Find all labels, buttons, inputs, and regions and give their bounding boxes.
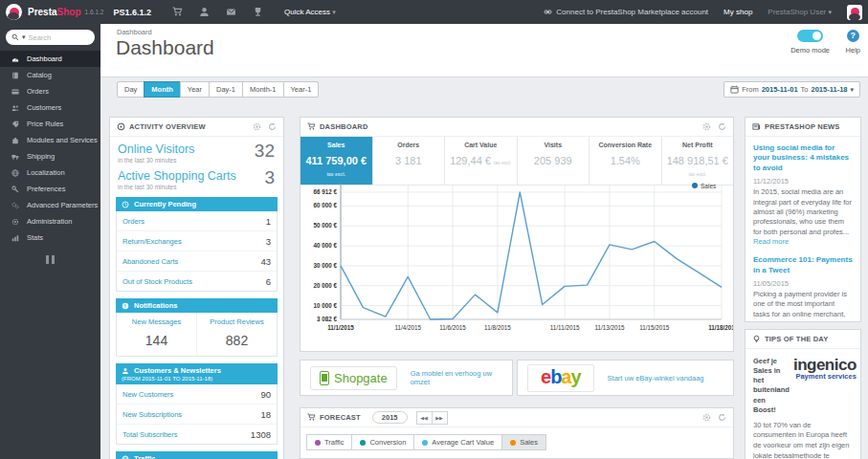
online-visitors-metric: Online Visitors 32 in the last 30 minute…: [110, 137, 283, 164]
range-button-month[interactable]: Month: [144, 81, 181, 98]
user-menu[interactable]: PrestaShop User ▾: [768, 8, 832, 16]
ingenico-subtitle: Payment services: [793, 373, 857, 381]
sidebar-item-customers[interactable]: Customers: [0, 99, 100, 116]
gear-icon[interactable]: [253, 122, 261, 131]
search-icon: [11, 33, 19, 41]
sidebar-item-stats[interactable]: Stats: [0, 230, 100, 246]
user-avatar[interactable]: [847, 5, 862, 20]
user-icon[interactable]: [199, 7, 210, 17]
cart-icon[interactable]: [172, 7, 183, 17]
new-messages-cell[interactable]: New Messages 144: [117, 313, 196, 356]
list-item: Abandoned Carts43: [117, 251, 277, 272]
legend-button-sales[interactable]: Sales: [501, 434, 546, 450]
trophy-icon[interactable]: [253, 7, 263, 17]
ingenico-logo[interactable]: ingenico Payment services: [793, 357, 857, 415]
pending-list: Orders1 Return/Exchanges3 Abandoned Cart…: [116, 211, 278, 292]
prev-year-button[interactable]: ◀◀: [416, 411, 433, 425]
sidebar-item-dashboard[interactable]: Dashboard: [0, 51, 100, 67]
date-range-picker[interactable]: From 2015-11-01 To 2015-11-18 ▾: [723, 81, 860, 98]
orders-link[interactable]: Orders: [122, 217, 145, 226]
forecast-year[interactable]: 2015: [372, 411, 408, 424]
new-subscriptions-link[interactable]: New Subscriptions: [122, 410, 182, 419]
sidebar-item-preferences[interactable]: Preferences: [0, 181, 100, 197]
article-date: 11/12/2015: [753, 177, 853, 186]
sidebar-item-catalog[interactable]: Catalog: [0, 67, 100, 83]
quick-access-menu[interactable]: Quick Access ▾: [284, 8, 336, 16]
total-subscribers-link[interactable]: Total Subscribers: [122, 430, 178, 439]
sidebar-item-label: Preferences: [27, 185, 65, 193]
cogs-icon: [11, 202, 19, 209]
sidebar-item-modules[interactable]: Modules and Services: [0, 132, 100, 148]
bar-chart-icon: [11, 234, 19, 242]
help-icon[interactable]: ?: [847, 30, 859, 42]
range-button-day[interactable]: Day: [117, 81, 145, 98]
out-of-stock-link[interactable]: Out of Stock Products: [122, 277, 192, 286]
ebay-logo[interactable]: ebay: [527, 364, 594, 392]
shopgate-link[interactable]: Ga mobiel en verhoog uw omzet: [411, 369, 502, 386]
range-button-month-1[interactable]: Month-1: [242, 81, 284, 98]
sidebar-item-administration[interactable]: Administration: [0, 213, 100, 230]
search-input[interactable]: [29, 33, 78, 42]
legend-button-average-cart-value[interactable]: Average Cart Value: [413, 434, 502, 450]
customers-newsletters-header: Customers & Newsletters (FROM 2015-11-01…: [116, 363, 278, 384]
active-carts-link[interactable]: Active Shopping Carts: [118, 169, 276, 183]
caret-down-icon: ▾: [850, 86, 854, 94]
my-shop-link[interactable]: My shop: [723, 8, 752, 16]
refresh-icon[interactable]: [268, 122, 277, 131]
row-value: 1: [266, 216, 271, 227]
globe-icon: [122, 455, 129, 459]
ingenico-name: ingenico: [793, 357, 857, 373]
ebay-letter: b: [550, 366, 561, 387]
legend-button-traffic[interactable]: Traffic: [306, 434, 352, 450]
metric-subtitle: in the last 30 minutes: [118, 157, 276, 164]
panel-title: FORECAST: [320, 413, 361, 422]
cell-label: Product Reviews: [197, 317, 277, 326]
book-icon: [11, 72, 19, 79]
sidebar-item-orders[interactable]: Orders: [0, 83, 100, 99]
returns-link[interactable]: Return/Exchanges: [122, 237, 182, 246]
news-article: Ecommerce 101: Payments in a Tweet 11/05…: [746, 249, 860, 322]
sidebar-search[interactable]: ▾: [6, 30, 95, 45]
gear-icon[interactable]: [702, 122, 711, 131]
online-visitors-link[interactable]: Online Visitors: [118, 142, 276, 156]
cell-value: 144: [117, 333, 196, 348]
news-icon: [752, 122, 761, 131]
new-customers-link[interactable]: New Customers: [122, 390, 173, 399]
article-title-link[interactable]: Ecommerce 101: Payments in a Tweet: [753, 255, 853, 275]
article-title-link[interactable]: Using social media for your business: 4 …: [753, 143, 853, 173]
gear-icon[interactable]: [702, 413, 711, 422]
product-reviews-cell[interactable]: Product Reviews 882: [196, 313, 277, 356]
sidebar-item-advanced-parameters[interactable]: Advanced Parameters: [0, 197, 100, 213]
sales-line-chart[interactable]: 66 912 €60 000 €50 000 €40 000 €30 000 €…: [300, 177, 733, 351]
legend-button-conversion[interactable]: Conversion: [351, 434, 414, 450]
next-year-button[interactable]: ▶▶: [432, 411, 448, 425]
sidebar-item-label: Modules and Services: [27, 136, 98, 144]
read-more-link[interactable]: Read more: [753, 237, 789, 246]
sidebar-item-price-rules[interactable]: Price Rules: [0, 116, 100, 132]
list-item: Return/Exchanges3: [117, 231, 277, 251]
envelope-icon[interactable]: [226, 7, 236, 17]
range-button-day-1[interactable]: Day-1: [209, 81, 243, 98]
list-item: Total Subscribers1308: [117, 425, 277, 444]
refresh-icon[interactable]: [718, 413, 726, 422]
tip-body: 30 tot 70% van de consumenten in Europa …: [746, 415, 860, 459]
refresh-icon[interactable]: [718, 122, 726, 131]
ebay-link[interactable]: Start uw eBay-winkel vandaag: [608, 374, 704, 382]
range-button-year-1[interactable]: Year-1: [283, 81, 320, 98]
marketplace-link[interactable]: Connect to PrestaShop Marketplace accoun…: [544, 8, 708, 16]
kpi-value: 3 181: [395, 155, 422, 166]
sidebar-item-localization[interactable]: Localization: [0, 164, 100, 181]
prestashop-logo[interactable]: [6, 4, 22, 20]
brand-presta: Presta: [28, 7, 57, 17]
shopgate-logo[interactable]: Shopgate: [310, 366, 397, 390]
range-button-year[interactable]: Year: [180, 81, 210, 98]
sidebar-collapse-button[interactable]: [45, 255, 56, 264]
sidebar-item-shipping[interactable]: Shipping: [0, 148, 100, 164]
demo-mode-toggle[interactable]: [797, 30, 823, 42]
from-label: From: [742, 85, 759, 94]
wrench-icon: [11, 186, 19, 193]
kpi-value: 148 918,51 €: [667, 155, 728, 166]
breadcrumb: Dashboard: [117, 28, 152, 36]
abandoned-carts-link[interactable]: Abandoned Carts: [122, 257, 178, 266]
globe-icon: [11, 169, 19, 177]
